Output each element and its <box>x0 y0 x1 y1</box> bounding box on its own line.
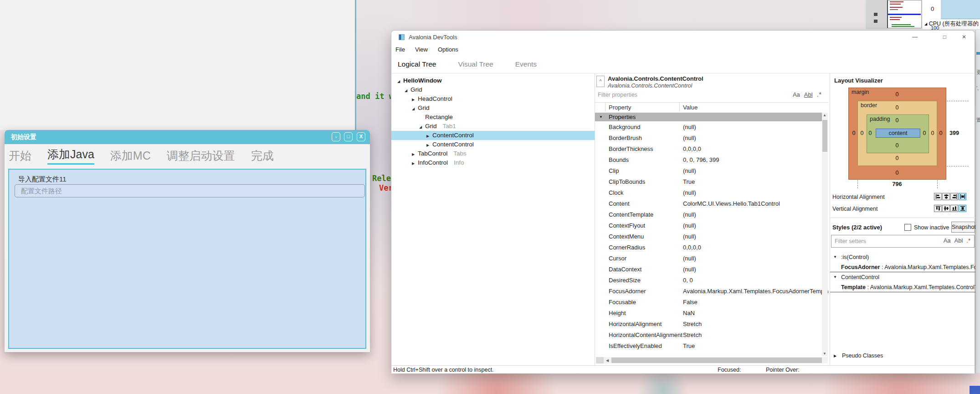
tree-item[interactable]: ▶InfoControlInfo <box>391 158 595 167</box>
scroll-left-icon[interactable]: ◀ <box>606 358 609 363</box>
property-row[interactable]: BorderBrush(null) <box>595 133 822 144</box>
property-row[interactable]: FocusAdornerAvalonia.Markup.Xaml.Templat… <box>595 286 822 297</box>
tree-item[interactable]: ▶ContentControl <box>391 140 595 149</box>
match-word-icon[interactable]: Abl <box>804 91 813 98</box>
scrollbar-thumb[interactable] <box>822 120 827 152</box>
tree-item[interactable]: ▶HeadControl <box>391 94 595 104</box>
tree-item[interactable]: ◢Grid <box>391 104 595 113</box>
property-row[interactable]: CornerRadius0,0,0,0 <box>595 242 822 253</box>
pointer-over-label: Pointer Over: <box>766 367 800 373</box>
setup-tab[interactable]: 完成 <box>251 148 274 163</box>
property-row[interactable]: HorizontalContentAlignmentStretch <box>595 330 822 341</box>
setup-tab[interactable]: 添加Java <box>47 147 94 165</box>
tree-expander-icon[interactable]: ▶ <box>412 159 418 168</box>
tree-item[interactable]: ◢HelloWindow <box>391 76 595 85</box>
h-align-right-icon[interactable] <box>950 193 958 200</box>
margin-label: margin <box>852 89 869 95</box>
filter-properties-input[interactable] <box>595 90 791 100</box>
property-name: Content <box>609 198 630 209</box>
menu-item-options[interactable]: Options <box>438 46 458 53</box>
regex-icon[interactable]: .* <box>966 237 970 244</box>
scroll-up-icon[interactable]: ▲ <box>823 113 826 117</box>
vertical-scrollbar[interactable]: ▲ ▼ <box>822 113 828 356</box>
property-row[interactable]: ContextFlyout(null) <box>595 220 822 231</box>
scroll-arrow-icon[interactable] <box>976 52 980 55</box>
property-row[interactable]: HorizontalAlignmentStretch <box>595 319 822 330</box>
regex-icon[interactable]: .* <box>817 91 822 98</box>
close-button[interactable]: X <box>357 132 365 141</box>
tree-expander-icon[interactable]: ▶ <box>412 150 418 159</box>
property-row[interactable]: BorderThickness0,0,0,0 <box>595 144 822 155</box>
tree-item-label: InfoControl <box>418 159 448 166</box>
property-row[interactable]: Background(null) <box>595 122 822 133</box>
show-inactive-label[interactable]: Show inactive <box>914 224 949 231</box>
property-row[interactable]: ContentColorMC.UI.Views.Hello.Tab1Contro… <box>595 198 822 209</box>
close-button[interactable]: ✕ <box>962 33 966 41</box>
property-row[interactable]: HeightNaN <box>595 308 822 319</box>
v-align-top-icon[interactable] <box>934 205 942 212</box>
h-stretch-icon[interactable] <box>959 193 966 200</box>
setup-tab[interactable]: 调整启动设置 <box>167 148 235 163</box>
property-row[interactable]: IsEffectivelyEnabledTrue <box>595 341 822 352</box>
tree-expander-icon[interactable]: ▶ <box>412 95 418 104</box>
show-inactive-checkbox[interactable] <box>904 224 911 231</box>
collapse-properties-button[interactable]: ^ <box>596 76 605 87</box>
property-row[interactable]: FocusableFalse <box>595 297 822 308</box>
snapshot-button[interactable]: Snapshot <box>951 222 975 233</box>
style-selector-row[interactable]: ▼ContentControl <box>830 272 975 282</box>
property-row[interactable]: Clock(null) <box>595 187 822 198</box>
tree-item[interactable]: ▶ContentControl <box>391 131 595 140</box>
setup-titlebar[interactable]: 初始设置 - □ X <box>5 130 370 144</box>
tree-expander-icon[interactable]: ◢ <box>419 123 425 132</box>
property-row[interactable]: DesiredSize0, 0 <box>595 275 822 286</box>
maximize-button[interactable]: □ <box>943 33 946 41</box>
properties-group-row[interactable]: ▼ Properties <box>595 113 822 121</box>
maximize-button[interactable]: □ <box>344 132 353 141</box>
property-row[interactable]: Bounds0, 0, 796, 399 <box>595 155 822 166</box>
minimize-button[interactable]: — <box>912 33 918 41</box>
tree-expander-icon[interactable]: ◢ <box>412 104 418 114</box>
match-case-icon[interactable]: Aa <box>944 237 951 244</box>
property-row[interactable]: Cursor(null) <box>595 253 822 264</box>
devtools-tab[interactable]: Logical Tree <box>398 60 436 68</box>
scrollbar-thumb[interactable] <box>611 358 822 363</box>
v-align-bottom-icon[interactable] <box>950 205 958 212</box>
tree-expander-icon[interactable]: ◢ <box>397 77 403 86</box>
property-row[interactable]: ContextMenu(null) <box>595 231 822 242</box>
tree-item[interactable]: ◢GridTab1 <box>391 122 595 131</box>
property-row[interactable]: DataContext(null) <box>595 264 822 275</box>
tree-item[interactable]: Rectangle <box>391 113 595 122</box>
pseudo-classes-label: Pseudo Classes <box>842 353 883 359</box>
devtools-tab[interactable]: Visual Tree <box>458 60 493 68</box>
h-align-left-icon[interactable] <box>934 193 942 200</box>
menu-item-view[interactable]: View <box>415 46 428 53</box>
tree-expander-icon[interactable]: ▶ <box>426 132 432 141</box>
minimize-button[interactable]: - <box>332 132 340 141</box>
horizontal-alignment-label: Horizontal Alignment <box>832 194 885 200</box>
filter-setters-input[interactable] <box>831 235 934 247</box>
devtools-titlebar[interactable]: Avalonia DevTools — □ ✕ <box>391 31 975 43</box>
property-row[interactable]: ContentTemplate(null) <box>595 209 822 220</box>
style-setter-row[interactable]: Template : Avalonia.Markup.Xaml.Template… <box>830 282 975 292</box>
tree-item[interactable]: ◢Grid <box>391 85 595 94</box>
menu-item-file[interactable]: File <box>395 46 405 53</box>
style-selector-label: :is(Control) <box>841 252 869 262</box>
property-row[interactable]: Clip(null) <box>595 166 822 176</box>
setup-tab[interactable]: 添加MC <box>110 148 151 163</box>
match-word-icon[interactable]: Abl <box>954 237 963 244</box>
property-row[interactable]: ClipToBoundsTrue <box>595 176 822 187</box>
h-align-center-icon[interactable] <box>942 193 950 200</box>
tree-item[interactable]: ▶TabControlTabs <box>391 149 595 158</box>
v-stretch-icon[interactable] <box>959 205 966 212</box>
style-selector-row[interactable]: ▼:is(Control) <box>830 252 975 262</box>
horizontal-scrollbar[interactable]: ◀ <box>596 357 828 363</box>
tree-expander-icon[interactable]: ▶ <box>426 141 432 150</box>
devtools-tab[interactable]: Events <box>515 60 537 68</box>
style-setter-row[interactable]: FocusAdorner : Avalonia.Markup.Xaml.Temp… <box>830 262 975 272</box>
scroll-down-icon[interactable]: ▼ <box>823 352 826 356</box>
match-case-icon[interactable]: Aa <box>793 91 800 98</box>
tree-expander-icon[interactable]: ◢ <box>405 86 410 95</box>
config-path-input[interactable] <box>15 184 365 197</box>
v-align-center-icon[interactable] <box>942 205 950 212</box>
setup-tab[interactable]: 开始 <box>9 148 31 163</box>
